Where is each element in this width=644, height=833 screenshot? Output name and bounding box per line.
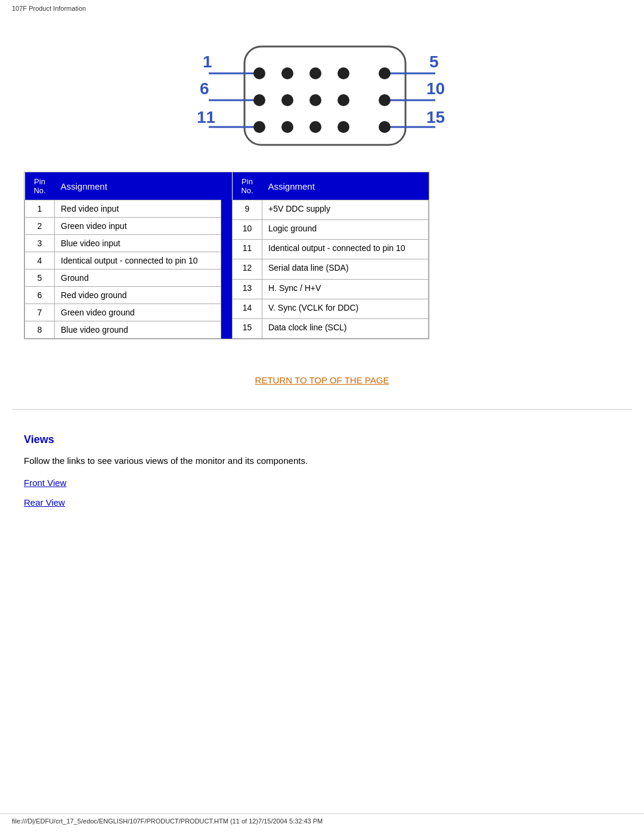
pin-number: 6 — [25, 287, 55, 304]
pin-assignment: Blue video input — [55, 235, 221, 252]
svg-point-13 — [281, 94, 293, 106]
topbar-title: 107F Product Information — [12, 5, 86, 12]
pin-number: 3 — [25, 235, 55, 252]
svg-text:5: 5 — [429, 52, 439, 71]
rear-view-link[interactable]: Rear View — [24, 497, 620, 507]
table-row: 15Data clock line (SCL) — [233, 318, 429, 338]
pin-assignment: Green video ground — [55, 304, 221, 321]
svg-point-15 — [338, 94, 349, 106]
svg-point-14 — [309, 94, 321, 106]
pin-number: 10 — [233, 220, 262, 240]
table-row: 11Identical output - connected to pin 10 — [233, 240, 429, 259]
pin-number: 9 — [233, 200, 262, 220]
pin-number: 15 — [233, 318, 262, 338]
pin-number: 8 — [25, 321, 55, 339]
return-to-top-link[interactable]: RETURN TO TOP OF THE PAGE — [255, 375, 389, 385]
svg-point-12 — [253, 94, 265, 106]
table-divider — [221, 172, 232, 339]
table-row: 8Blue video ground — [25, 321, 221, 339]
right-pin-no-header: Pin No. — [233, 172, 262, 200]
pin-assignment: Red video input — [55, 200, 221, 218]
views-section: Views Follow the links to see various vi… — [0, 422, 644, 529]
table-row: 12Serial data line (SDA) — [233, 259, 429, 279]
svg-point-16 — [379, 94, 391, 106]
footer-text: file:///D|/EDFU/crt_17_5/edoc/ENGLISH/10… — [12, 817, 323, 825]
views-description: Follow the links to see various views of… — [24, 456, 620, 466]
left-assignment-header: Assignment — [55, 172, 221, 200]
pin-table-section: Pin No. Assignment 1Red video input2Gree… — [0, 166, 644, 351]
connector-svg: 1 5 6 10 11 15 — [197, 35, 447, 154]
pin-number: 1 — [25, 200, 55, 218]
table-row: 6Red video ground — [25, 287, 221, 304]
pin-assignment: Identical output - connected to pin 10 — [55, 252, 221, 270]
left-pin-table: Pin No. Assignment 1Red video input2Gree… — [24, 172, 221, 339]
svg-point-11 — [379, 67, 391, 79]
left-pin-no-header: Pin No. — [25, 172, 55, 200]
return-link-section: RETURN TO TOP OF THE PAGE — [0, 351, 644, 397]
topbar: 107F Product Information — [0, 0, 644, 17]
svg-point-8 — [281, 67, 293, 79]
section-divider — [12, 409, 632, 410]
svg-point-18 — [281, 121, 293, 133]
pin-number: 12 — [233, 259, 262, 279]
pin-number: 7 — [25, 304, 55, 321]
table-row: 5Ground — [25, 270, 221, 287]
pin-assignment: Data clock line (SCL) — [262, 318, 429, 338]
svg-point-17 — [253, 121, 265, 133]
svg-text:15: 15 — [426, 108, 445, 126]
svg-point-19 — [309, 121, 321, 133]
table-row: 14V. Sync (VCLK for DDC) — [233, 299, 429, 318]
pin-assignment: H. Sync / H+V — [262, 279, 429, 299]
svg-text:6: 6 — [200, 79, 209, 98]
svg-point-10 — [338, 67, 349, 79]
pin-number: 2 — [25, 218, 55, 235]
table-row: 2Green video input — [25, 218, 221, 235]
pin-assignment: Logic ground — [262, 220, 429, 240]
pin-number: 4 — [25, 252, 55, 270]
svg-point-7 — [253, 67, 265, 79]
pin-assignment: Red video ground — [55, 287, 221, 304]
pin-assignment: Identical output - connected to pin 10 — [262, 240, 429, 259]
pin-assignment: Green video input — [55, 218, 221, 235]
pin-assignment: +5V DDC supply — [262, 200, 429, 220]
pin-assignment: V. Sync (VCLK for DDC) — [262, 299, 429, 318]
pin-assignment: Ground — [55, 270, 221, 287]
pin-number: 5 — [25, 270, 55, 287]
front-view-link[interactable]: Front View — [24, 478, 620, 488]
pin-number: 11 — [233, 240, 262, 259]
table-row: 4Identical output - connected to pin 10 — [25, 252, 221, 270]
pin-number: 14 — [233, 299, 262, 318]
svg-text:11: 11 — [197, 108, 215, 126]
pin-assignment: Blue video ground — [55, 321, 221, 339]
table-row: 1Red video input — [25, 200, 221, 218]
connector-diagram-section: 1 5 6 10 11 15 — [0, 17, 644, 166]
right-assignment-header: Assignment — [262, 172, 429, 200]
table-row: 3Blue video input — [25, 235, 221, 252]
svg-text:10: 10 — [426, 79, 445, 98]
table-row: 9+5V DDC supply — [233, 200, 429, 220]
svg-point-21 — [379, 121, 391, 133]
table-row: 10Logic ground — [233, 220, 429, 240]
footer: file:///D|/EDFU/crt_17_5/edoc/ENGLISH/10… — [0, 813, 644, 828]
svg-text:1: 1 — [203, 52, 212, 71]
table-row: 7Green video ground — [25, 304, 221, 321]
right-pin-table: Pin No. Assignment 9+5V DDC supply10Logi… — [232, 172, 429, 339]
pin-number: 13 — [233, 279, 262, 299]
views-title: Views — [24, 433, 620, 446]
svg-point-20 — [338, 121, 349, 133]
table-row: 13H. Sync / H+V — [233, 279, 429, 299]
pin-tables-wrapper: Pin No. Assignment 1Red video input2Gree… — [24, 172, 429, 339]
pin-assignment: Serial data line (SDA) — [262, 259, 429, 279]
svg-point-9 — [309, 67, 321, 79]
